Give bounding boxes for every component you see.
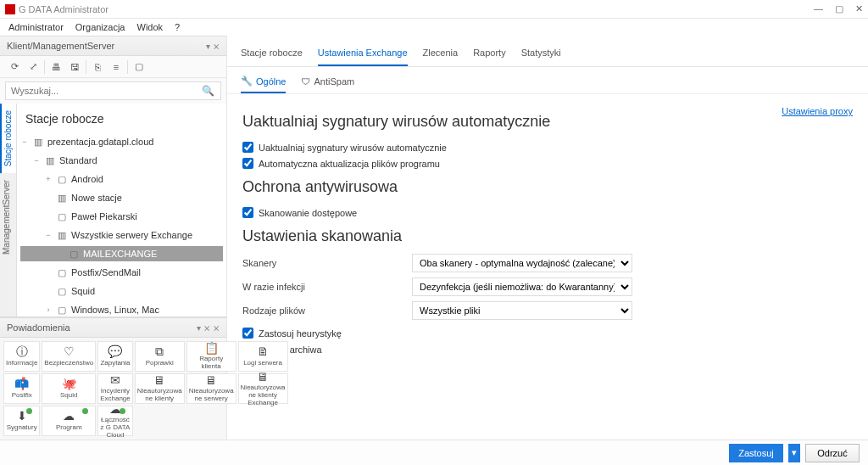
side-tab-stations[interactable]: Stacje robocze [0, 104, 16, 173]
tile-label: Poprawki [146, 360, 174, 367]
menubar: Administrator Organizacja Widok ? [0, 19, 868, 36]
tab[interactable]: Stacje robocze [241, 44, 303, 66]
tree-node-icon: ▥ [56, 230, 68, 241]
discard-button[interactable]: Odrzuć [805, 444, 860, 462]
notification-tile[interactable]: ✉Incydenty Exchange [97, 373, 133, 404]
expand-button[interactable]: ⤢ [24, 59, 42, 76]
tile-icon: 🖥 [153, 374, 165, 387]
tree-node-label: Standard [59, 155, 97, 165]
menu-administrator[interactable]: Administrator [8, 22, 64, 32]
tree-twisty-icon[interactable]: › [44, 305, 53, 314]
tile-label: Zapytania [100, 360, 130, 367]
tree-row[interactable]: ▢Paweł Piekarski [20, 209, 223, 224]
toolbar-btn-3[interactable]: ▢ [130, 59, 148, 76]
tree-row[interactable]: ▥Nowe stacje [20, 190, 223, 205]
toolbar-btn-1[interactable]: ⎘ [88, 59, 107, 76]
tree-row[interactable]: −▥Wszystkie serwery Exchange [20, 227, 223, 243]
notification-tile[interactable]: 💬Zapytania [97, 341, 133, 372]
tile-icon: 🐙 [62, 378, 76, 390]
section-av-protection-title: Ochrona antywirusowa [242, 178, 853, 196]
tree-node-label: Postfix/SendMail [71, 267, 141, 277]
print-button[interactable]: 🖶 [47, 59, 65, 76]
notification-tile[interactable]: ☁Łączność z G DATA Cloud [97, 406, 133, 436]
tile-label: Squid [60, 392, 77, 400]
tab[interactable]: Statystyki [521, 44, 561, 66]
tree-row[interactable]: +▢Android [20, 171, 223, 187]
tree-node-icon: ▥ [56, 193, 68, 204]
chk-heuristics[interactable] [242, 328, 253, 339]
notifications-pin-icon[interactable]: ▾ ⨯ ⨯ [197, 323, 220, 333]
tree-row[interactable]: −▥Standard [20, 153, 223, 168]
tree-row[interactable]: ▢MAILEXCHANGE [20, 246, 223, 261]
tile-label: Nieautoryzowa ne klienty Exchange [241, 384, 286, 406]
tree-row[interactable]: −▥prezentacja.gdatapl.cloud [20, 134, 223, 149]
toolbar-btn-2[interactable]: ≡ [107, 59, 125, 76]
notification-tile[interactable]: 🖥Nieautoryzowa ne klienty [135, 373, 185, 404]
tree-twisty-icon[interactable]: − [32, 156, 41, 165]
panel-pin-icon[interactable]: ▾ ⨯ [206, 42, 220, 51]
tile-label: Łączność z G DATA Cloud [100, 417, 131, 439]
refresh-button[interactable]: ⟳ [5, 59, 24, 76]
save-button[interactable]: 🖫 [65, 59, 84, 76]
chk-auto-update-program[interactable] [242, 158, 253, 169]
search-input[interactable] [5, 81, 221, 100]
notification-tile[interactable]: 📫Postfix [3, 373, 40, 404]
notification-tile[interactable]: ☁Program [42, 406, 96, 436]
tile-icon: ⬇ [17, 410, 27, 423]
apply-dropdown-button[interactable]: ▾ [788, 444, 800, 462]
tree-row[interactable]: ▢Squid [20, 283, 223, 299]
chk-onaccess-scan[interactable] [242, 207, 253, 218]
app-logo-icon [5, 4, 15, 14]
tab[interactable]: Raporty [473, 44, 506, 66]
notification-tile[interactable]: ⬇Sygnatury [3, 406, 40, 436]
menu-widok[interactable]: Widok [137, 22, 164, 32]
notification-tile[interactable]: 🗎Logi serwera [238, 341, 288, 372]
notification-tile[interactable]: 🐙Squid [42, 373, 96, 404]
stations-tree: Stacje robocze −▥prezentacja.gdatapl.clo… [17, 104, 226, 317]
tile-icon: ✉ [110, 374, 120, 387]
tree-twisty-icon[interactable]: − [44, 231, 53, 239]
side-tab-mgmtserver[interactable]: ManagementServer [0, 173, 16, 261]
tree-node-icon: ▢ [56, 267, 68, 278]
subtab[interactable]: 🛡AntiSpam [301, 74, 354, 93]
window-close-icon[interactable]: ✕ [855, 3, 863, 14]
subtab-icon: 🛡 [301, 76, 310, 87]
chk-auto-update-sigs[interactable] [242, 142, 253, 153]
notification-tile[interactable]: 🖥Nieautoryzowa ne serwery [186, 373, 236, 404]
subtab-label: Ogólne [256, 76, 286, 87]
tree-node-icon: ▥ [44, 155, 56, 166]
proxy-settings-link[interactable]: Ustawienia proxy [782, 106, 853, 116]
on-infection-select[interactable]: Dezynfekcja (jeśli niemożliwa: do Kwaran… [412, 277, 632, 296]
left-column: Klient/ManagementServer ▾ ⨯ ⟳ ⤢ 🖶 🖫 ⎘ ≡ … [0, 36, 227, 440]
notification-tile[interactable]: 🖥Nieautoryzowa ne klienty Exchange [238, 373, 288, 404]
tab[interactable]: Ustawienia Exchange [318, 44, 408, 66]
side-tabs: Stacje robocze ManagementServer [0, 104, 17, 317]
tree-row[interactable]: ▢Postfix/SendMail [20, 265, 223, 280]
window-maximize-icon[interactable]: ▢ [835, 3, 843, 14]
titlebar: G DATA Administrator — ▢ ✕ [0, 0, 868, 19]
tile-label: Sygnatury [7, 424, 37, 432]
file-types-select[interactable]: Wszystkie pliki [412, 301, 632, 320]
subtab[interactable]: 🔧Ogólne [241, 74, 286, 93]
chk-auto-update-sigs-label: Uaktualniaj sygnatury wirusów automatycz… [259, 143, 447, 153]
notification-tile[interactable]: ♡Bezpieczeństwo [42, 341, 96, 372]
tab[interactable]: Zlecenia [423, 44, 459, 66]
clients-panel-header: Klient/ManagementServer ▾ ⨯ [0, 36, 226, 56]
window-title: G DATA Administrator [19, 4, 108, 14]
tree-row[interactable]: ›▢Windows, Linux, Mac [20, 302, 223, 317]
tree-node-label: MAILEXCHANGE [83, 249, 157, 259]
apply-button[interactable]: Zastosuj [729, 444, 783, 462]
window-minimize-icon[interactable]: — [814, 3, 823, 14]
tree-node-icon: ▢ [56, 305, 68, 316]
scanners-select[interactable]: Oba skanery - optymalna wydajność (zalec… [412, 254, 632, 272]
tile-label: Postfix [12, 392, 32, 400]
tree-twisty-icon[interactable]: − [20, 137, 29, 146]
tile-icon: 🗎 [257, 345, 269, 358]
tile-label: Informacje [6, 360, 37, 367]
notification-tile[interactable]: ⧉Poprawki [135, 341, 185, 372]
notification-tile[interactable]: ⓘInformacje [3, 341, 40, 372]
menu-help[interactable]: ? [175, 22, 180, 32]
notification-tile[interactable]: 📋Raporty klienta [186, 341, 236, 372]
tree-twisty-icon[interactable]: + [44, 175, 53, 183]
menu-organizacja[interactable]: Organizacja [75, 22, 125, 32]
